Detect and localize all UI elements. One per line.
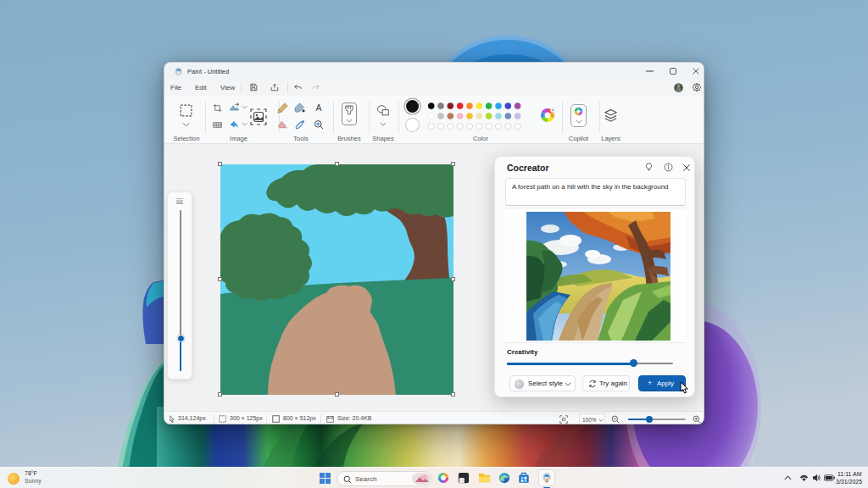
svg-text:A: A: [315, 103, 321, 113]
